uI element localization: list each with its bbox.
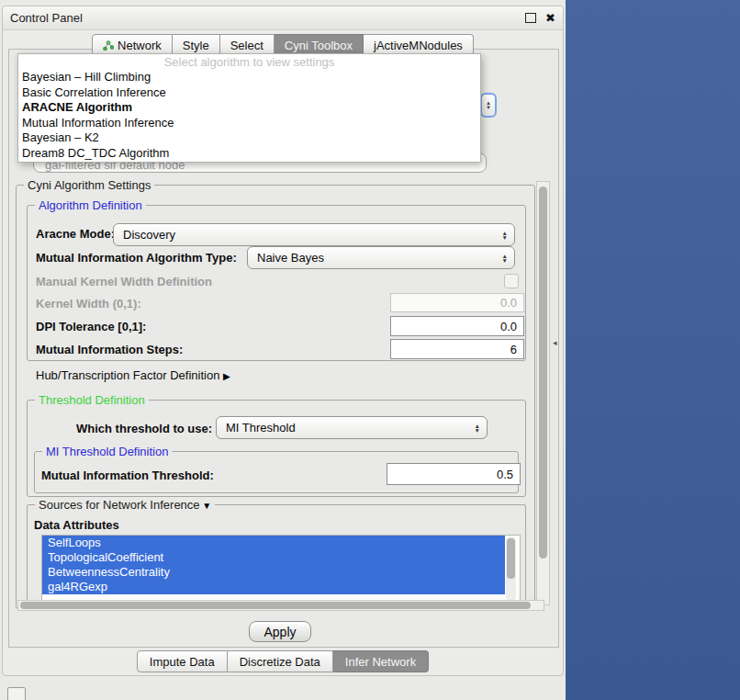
sources-toggle[interactable]: Sources for Network Inference ▼ [35, 498, 215, 512]
mi-threshold-label: Mutual Information Threshold: [41, 469, 214, 482]
which-threshold-label: Which threshold to use: [76, 422, 212, 435]
spinner-arrows-icon: ▲▼ [502, 254, 508, 263]
focused-combo-spinner[interactable]: ▲▼ [480, 93, 497, 118]
scrollbar-thumb[interactable] [539, 186, 547, 559]
group-title: Algorithm Definition [35, 198, 146, 212]
dropdown-item-mutual-information-inference[interactable]: Mutual Information Inference [18, 116, 480, 131]
mi-threshold-value: 0.5 [497, 468, 513, 481]
tab-infer-network[interactable]: Infer Network [333, 650, 429, 672]
float-window-icon[interactable] [525, 13, 536, 23]
list-item-selfloops[interactable]: SelfLoops [42, 536, 505, 550]
data-attributes-label: Data Attributes [34, 518, 119, 532]
aracne-mode-label: Aracne Mode: [36, 227, 115, 241]
tab-label: jActiveMNodules [374, 39, 463, 52]
application-root: GALGAL80GAL10GAL1GAL11SWI4GAL4GCY1HAP4YH… [0, 0, 740, 700]
algorithm-dropdown-popup: Select algorithm to view settings Bayesi… [17, 53, 481, 163]
tab-label: Cyni Toolbox [285, 39, 353, 52]
dropdown-item-aracne-algorithm[interactable]: ARACNE Algorithm [18, 100, 480, 116]
hub-section-toggle[interactable]: Hub/Transcription Factor Definition ▶ [36, 368, 230, 382]
kernel-width-field[interactable]: 0.0 [390, 293, 524, 312]
which-threshold-value: MI Threshold [226, 421, 296, 435]
sources-title: Sources for Network Inference [39, 498, 200, 512]
manual-kernel-checkbox[interactable] [504, 274, 519, 288]
divider-collapse-icon[interactable]: ◂ [553, 338, 557, 347]
manual-kernel-label: Manual Kernel Width Definition [36, 275, 212, 288]
list-item-betweennesscentrality[interactable]: BetweennessCentrality [42, 565, 505, 580]
desktop-background: GALGAL80GAL10GAL1GAL11SWI4GAL4GCY1HAP4YH… [566, 0, 740, 700]
group-title: Threshold Definition [35, 393, 149, 407]
data-attributes-list[interactable]: SelfLoopsTopologicalCoefficientBetweenne… [41, 535, 521, 604]
dropdown-item-dream8-dc-tdc-algorithm[interactable]: Dream8 DC_TDC Algorithm [18, 146, 480, 162]
list-item-topologicalcoefficient[interactable]: TopologicalCoefficient [42, 550, 505, 565]
aracne-mode-combo[interactable]: Discovery ▲▼ [113, 223, 515, 246]
control-panel-bottom-tabbar: Impute DataDiscretize DataInfer Network [3, 650, 563, 672]
expanded-arrow-icon: ▼ [200, 501, 212, 511]
list-vertical-scrollbar[interactable] [506, 536, 516, 601]
kernel-width-label: Kernel Width (0,1): [36, 297, 141, 310]
dropdown-placeholder: Select algorithm to view settings [18, 54, 480, 70]
settings-vertical-scrollbar[interactable] [536, 181, 550, 605]
control-panel-titlebar: Control Panel ✖ [3, 6, 563, 30]
mi-algorithm-type-combo[interactable]: Naive Bayes ▲▼ [247, 246, 515, 269]
control-panel-title: Control Panel [10, 11, 83, 25]
settings-horizontal-scrollbar[interactable] [17, 600, 544, 611]
dpi-tolerance-label: DPI Tolerance [0,1]: [36, 320, 146, 333]
mi-type-label: Mutual Information Algorithm Type: [36, 251, 237, 265]
scrollbar-thumb[interactable] [507, 538, 515, 579]
close-icon[interactable]: ✖ [545, 13, 555, 24]
mi-type-value: Naive Bayes [257, 251, 324, 265]
group-title: Cyni Algorithm Settings [24, 178, 154, 192]
dropdown-item-bayesian-k2[interactable]: Bayesian – K2 [18, 130, 480, 146]
tab-label: Select [230, 39, 263, 52]
dpi-tolerance-field[interactable]: 0.0 [390, 316, 524, 336]
tab-label: Network [118, 39, 162, 52]
control-panel-window: Control Panel ✖ NetworkStyleSelectCyni T… [2, 6, 564, 676]
apply-button[interactable]: Apply [249, 621, 311, 642]
list-item-gal4rgexp[interactable]: gal4RGexp [42, 580, 505, 594]
hub-section-label: Hub/Transcription Factor Definition [36, 368, 219, 382]
mi-threshold-field[interactable]: 0.5 [387, 463, 521, 485]
kernel-width-value: 0.0 [500, 296, 517, 310]
collapsed-arrow-icon: ▶ [223, 371, 230, 381]
spinner-arrows-icon: ▲▼ [502, 231, 508, 240]
spinner-arrows-icon: ▲▼ [475, 423, 480, 433]
mi-steps-field[interactable]: 6 [390, 339, 524, 359]
tab-impute-data[interactable]: Impute Data [137, 650, 228, 672]
tab-discretize-data[interactable]: Discretize Data [228, 650, 333, 672]
scrollbar-thumb[interactable] [20, 602, 531, 609]
collapsed-panel-icon[interactable] [7, 687, 26, 700]
dpi-tolerance-value: 0.0 [500, 320, 517, 333]
group-title: MI Threshold Definition [42, 445, 172, 458]
mi-steps-value: 6 [510, 343, 517, 356]
which-threshold-combo[interactable]: MI Threshold ▲▼ [216, 416, 488, 439]
dropdown-item-basic-correlation-inference[interactable]: Basic Correlation Inference [18, 85, 480, 101]
tab-label: Style [183, 39, 209, 52]
dropdown-item-bayesian-hill-climbing[interactable]: Bayesian – Hill Climbing [18, 70, 480, 85]
aracne-mode-value: Discovery [123, 228, 175, 242]
mi-steps-label: Mutual Information Steps: [36, 343, 183, 356]
network-icon [103, 40, 114, 51]
